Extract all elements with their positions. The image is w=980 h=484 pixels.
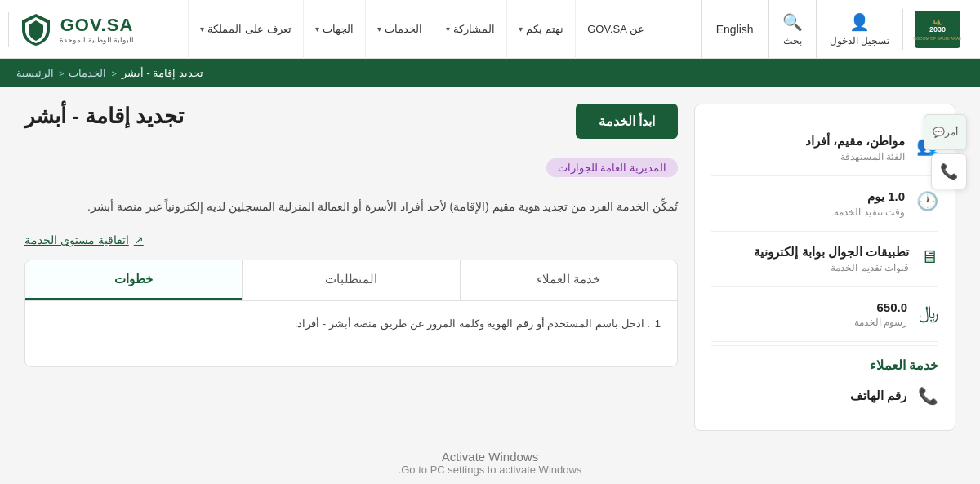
chat-button[interactable]: أمر 💬: [924, 114, 967, 150]
menu-item-entities[interactable]: الجهات ▾: [303, 0, 365, 59]
channels-content: تطبيقات الجوال بوابة إلكترونية قنوات تقد…: [711, 245, 909, 273]
menu-item-know-kingdom[interactable]: تعرف على المملكة ▾: [188, 0, 302, 59]
login-button[interactable]: 👤 تسجيل الدخول: [816, 0, 902, 59]
menu-item-about-govsa[interactable]: عن GOV.SA: [575, 0, 656, 59]
menu-item-services[interactable]: الخدمات ▾: [365, 0, 434, 59]
phone-label: رقم الهاتف: [850, 389, 906, 403]
svg-text:2030: 2030: [929, 25, 946, 33]
money-icon: ﷼: [919, 302, 938, 323]
main-content: 👥 مواطن، مقيم، أفراد الفئة المستهدفة 🕐 1…: [0, 87, 980, 447]
chat-icon: 💬: [933, 127, 945, 138]
breadcrumb-separator: <: [111, 69, 116, 78]
language-label: English: [716, 23, 754, 36]
svg-text:KINGDOM OF SAUDI ARABIA: KINGDOM OF SAUDI ARABIA: [913, 36, 962, 41]
govsa-subtitle: البوابة الوطنية الموحدة: [60, 36, 134, 44]
service-detail: ابدأ الخدمة تجديد إقامة - أبشر المديرية …: [24, 104, 678, 431]
search-icon: 🔍: [782, 12, 803, 32]
breadcrumb-home-link[interactable]: الرئيسية: [16, 67, 54, 79]
floating-actions: أمر 💬 📞: [924, 114, 967, 189]
search-label: بحث: [783, 35, 802, 47]
breadcrumb-separator: <: [59, 69, 64, 78]
tabs-section: خدمة العملاء المتطلبات خطوات 1. ادخل باس…: [24, 260, 678, 367]
service-description: تُمكِّن الخدمة الفرد من تجديد هوية مقيم …: [24, 197, 678, 217]
menu-label-participation: المشاركة: [453, 23, 495, 35]
service-sidebar: 👥 مواطن، مقيم، أفراد الفئة المستهدفة 🕐 1…: [694, 104, 956, 431]
channels-label: قنوات تقديم الخدمة: [711, 262, 909, 273]
service-header: ابدأ الخدمة تجديد إقامة - أبشر: [24, 104, 678, 139]
fees-label: رسوم الخدمة: [711, 317, 907, 328]
phone-float-button[interactable]: 📞: [931, 153, 967, 189]
service-badge: المديرية العامة للجوازات: [546, 158, 678, 177]
execution-time-item: 🕐 1.0 يوم وقت تنفيذ الخدمة: [711, 176, 938, 232]
target-group-label: الفئة المستهدفة: [711, 151, 905, 162]
vision-2030-logo: رؤية 2030 KINGDOM OF SAUDI ARABIA: [902, 9, 972, 50]
login-label: تسجيل الدخول: [830, 35, 889, 47]
chevron-down-icon: ▾: [377, 24, 381, 33]
breadcrumb-current: تجديد إقامة - أبشر: [122, 67, 203, 79]
sla-link[interactable]: ↗ اتفاقية مستوى الخدمة: [24, 233, 678, 246]
chat-label: أمر: [945, 127, 958, 138]
vision-2030-svg: رؤية 2030 KINGDOM OF SAUDI ARABIA: [913, 9, 962, 50]
start-service-button[interactable]: ابدأ الخدمة: [576, 104, 678, 139]
breadcrumb-services-link[interactable]: الخدمات: [69, 67, 106, 79]
chevron-down-icon: ▾: [315, 24, 319, 33]
govsa-logo: GOV.SA البوابة الوطنية الموحدة: [8, 12, 144, 47]
service-title: تجديد إقامة - أبشر: [24, 104, 184, 129]
breadcrumb-bar: تجديد إقامة - أبشر < الخدمات < الرئيسية: [0, 59, 980, 87]
channels-value: تطبيقات الجوال بوابة إلكترونية: [711, 245, 909, 260]
govsa-shield-icon: [19, 12, 53, 47]
govsa-text: GOV.SA: [60, 15, 134, 36]
person-icon: 👤: [849, 12, 870, 32]
phone-icon: 📞: [940, 162, 958, 180]
menu-label-care: نهتم بكم: [526, 23, 564, 35]
phone-row: 📞 رقم الهاتف: [711, 378, 938, 414]
language-switcher[interactable]: English: [701, 0, 768, 59]
target-group-value: مواطن، مقيم، أفراد: [711, 134, 905, 149]
menu-label-about-govsa: عن GOV.SA: [587, 23, 644, 35]
channels-item: 🖥 تطبيقات الجوال بوابة إلكترونية قنوات ت…: [711, 232, 938, 287]
target-group-item: 👥 مواطن، مقيم، أفراد الفئة المستهدفة: [711, 121, 938, 176]
chevron-down-icon: ▾: [446, 24, 450, 33]
customer-service-title: خدمة العملاء: [711, 345, 938, 378]
search-button[interactable]: 🔍 بحث: [768, 0, 816, 59]
menu-item-participation[interactable]: المشاركة ▾: [434, 0, 506, 59]
tab-steps[interactable]: خطوات: [25, 260, 242, 300]
tab-label-requirements: المتطلبات: [325, 272, 377, 286]
tab-label-customer-service: خدمة العملاء: [537, 272, 600, 286]
tab-customer-service[interactable]: خدمة العملاء: [460, 260, 677, 300]
menu-item-care[interactable]: نهتم بكم ▾: [506, 0, 576, 59]
svg-text:رؤية: رؤية: [933, 19, 943, 25]
breadcrumb: تجديد إقامة - أبشر < الخدمات < الرئيسية: [16, 67, 964, 79]
fees-item: ﷼ 650.0 رسوم الخدمة: [711, 287, 938, 342]
chevron-down-icon: ▾: [200, 24, 204, 33]
step-1-text: 1. ادخل باسم المستخدم أو رقم الهوية وكلم…: [295, 317, 661, 330]
target-group-content: مواطن، مقيم، أفراد الفئة المستهدفة: [711, 134, 905, 162]
menu-label-entities: الجهات: [323, 23, 354, 35]
fees-content: 650.0 رسوم الخدمة: [711, 300, 907, 328]
tab-requirements[interactable]: المتطلبات: [242, 260, 459, 300]
chevron-down-icon: ▾: [519, 24, 523, 33]
service-badge-wrap: المديرية العامة للجوازات: [24, 152, 678, 177]
fees-value: 650.0: [711, 300, 907, 314]
step-1: 1. ادخل باسم المستخدم أو رقم الهوية وكلم…: [42, 314, 661, 333]
menu-label-know-kingdom: تعرف على المملكة: [207, 23, 291, 35]
menu-label-services: الخدمات: [385, 23, 422, 35]
sla-link-text: اتفاقية مستوى الخدمة: [24, 233, 129, 246]
monitor-icon: 🖥: [920, 246, 938, 268]
phone-icon: 📞: [918, 386, 938, 406]
tab-content-steps: 1. ادخل باسم المستخدم أو رقم الهوية وكلم…: [25, 301, 677, 366]
execution-time-label: وقت تنفيذ الخدمة: [711, 206, 905, 218]
clock-icon: 🕐: [916, 191, 938, 212]
execution-time-content: 1.0 يوم وقت تنفيذ الخدمة: [711, 189, 905, 218]
execution-time-value: 1.0 يوم: [711, 189, 905, 204]
external-link-icon: ↗: [134, 233, 144, 246]
tab-label-steps: خطوات: [114, 272, 153, 286]
main-menu: عن GOV.SA نهتم بكم ▾ المشاركة ▾ الخدمات …: [144, 0, 701, 59]
tabs-header: خدمة العملاء المتطلبات خطوات: [25, 260, 677, 301]
top-navigation: رؤية 2030 KINGDOM OF SAUDI ARABIA 👤 تسجي…: [0, 0, 980, 59]
